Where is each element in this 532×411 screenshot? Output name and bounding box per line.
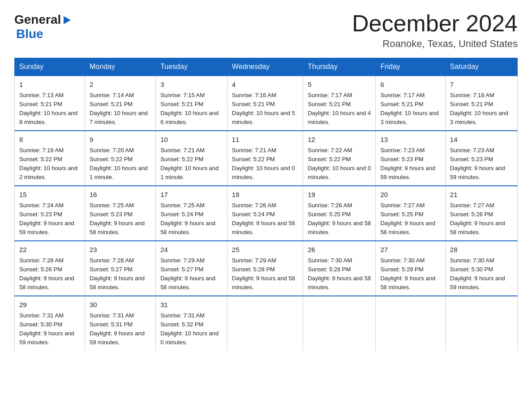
page-header: General Blue December 2024 Roanoke, Texa… [14,11,518,50]
day-info: Sunrise: 7:31 AMSunset: 5:32 PMDaylight:… [160,311,223,347]
logo: General Blue [14,13,72,41]
calendar-cell: 22Sunrise: 7:28 AMSunset: 5:26 PMDayligh… [15,241,85,296]
day-info: Sunrise: 7:18 AMSunset: 5:21 PMDaylight:… [450,91,513,127]
calendar-cell: 8Sunrise: 7:19 AMSunset: 5:22 PMDaylight… [15,131,85,186]
day-number: 3 [160,80,223,90]
day-info: Sunrise: 7:19 AMSunset: 5:22 PMDaylight:… [19,146,80,182]
calendar-cell: 13Sunrise: 7:23 AMSunset: 5:23 PMDayligh… [376,131,445,186]
day-number: 1 [19,80,80,90]
calendar-cell: 18Sunrise: 7:26 AMSunset: 5:24 PMDayligh… [227,186,303,241]
calendar-cell: 17Sunrise: 7:25 AMSunset: 5:24 PMDayligh… [156,186,227,241]
day-info: Sunrise: 7:17 AMSunset: 5:21 PMDaylight:… [380,91,440,127]
day-number: 11 [232,135,298,145]
col-thursday: Thursday [303,58,376,76]
svg-marker-0 [64,16,71,24]
day-info: Sunrise: 7:27 AMSunset: 5:26 PMDaylight:… [450,201,513,237]
day-info: Sunrise: 7:22 AMSunset: 5:22 PMDaylight:… [308,146,371,182]
day-number: 14 [450,135,513,145]
day-info: Sunrise: 7:28 AMSunset: 5:26 PMDaylight:… [19,256,80,292]
day-number: 30 [90,300,151,310]
day-info: Sunrise: 7:23 AMSunset: 5:23 PMDaylight:… [450,146,513,182]
day-number: 21 [450,190,513,200]
day-info: Sunrise: 7:30 AMSunset: 5:30 PMDaylight:… [450,256,513,292]
day-number: 18 [232,190,298,200]
day-number: 12 [308,135,371,145]
day-number: 10 [160,135,223,145]
calendar-cell: 6Sunrise: 7:17 AMSunset: 5:21 PMDaylight… [376,76,445,131]
calendar-cell: 20Sunrise: 7:27 AMSunset: 5:25 PMDayligh… [376,186,445,241]
week-row-3: 15Sunrise: 7:24 AMSunset: 5:23 PMDayligh… [15,186,518,241]
calendar-cell: 29Sunrise: 7:31 AMSunset: 5:30 PMDayligh… [15,296,85,351]
day-number: 7 [450,80,513,90]
calendar-cell: 27Sunrise: 7:30 AMSunset: 5:29 PMDayligh… [376,241,445,296]
week-row-1: 1Sunrise: 7:13 AMSunset: 5:21 PMDaylight… [15,76,518,131]
day-number: 4 [232,80,298,90]
calendar-cell: 25Sunrise: 7:29 AMSunset: 5:28 PMDayligh… [227,241,303,296]
day-number: 5 [308,80,371,90]
day-number: 2 [90,80,151,90]
day-info: Sunrise: 7:30 AMSunset: 5:28 PMDaylight:… [308,256,371,292]
day-info: Sunrise: 7:13 AMSunset: 5:21 PMDaylight:… [19,91,80,127]
day-info: Sunrise: 7:21 AMSunset: 5:22 PMDaylight:… [160,146,223,182]
day-info: Sunrise: 7:20 AMSunset: 5:22 PMDaylight:… [90,146,151,182]
day-info: Sunrise: 7:26 AMSunset: 5:25 PMDaylight:… [308,201,371,237]
week-row-5: 29Sunrise: 7:31 AMSunset: 5:30 PMDayligh… [15,296,518,351]
day-number: 19 [308,190,371,200]
page-subtitle: Roanoke, Texas, United States [352,38,518,50]
week-row-4: 22Sunrise: 7:28 AMSunset: 5:26 PMDayligh… [15,241,518,296]
day-info: Sunrise: 7:25 AMSunset: 5:23 PMDaylight:… [90,201,151,237]
logo-general: General [14,13,61,27]
day-number: 13 [380,135,440,145]
calendar-header-row: Sunday Monday Tuesday Wednesday Thursday… [15,58,518,76]
day-number: 26 [308,245,371,255]
calendar-cell: 10Sunrise: 7:21 AMSunset: 5:22 PMDayligh… [156,131,227,186]
day-info: Sunrise: 7:31 AMSunset: 5:30 PMDaylight:… [19,311,80,347]
day-number: 24 [160,245,223,255]
day-number: 27 [380,245,440,255]
day-number: 20 [380,190,440,200]
calendar-cell: 12Sunrise: 7:22 AMSunset: 5:22 PMDayligh… [303,131,376,186]
calendar-cell: 21Sunrise: 7:27 AMSunset: 5:26 PMDayligh… [445,186,517,241]
calendar-cell: 2Sunrise: 7:14 AMSunset: 5:21 PMDaylight… [85,76,156,131]
calendar-cell [227,296,303,351]
calendar-table: Sunday Monday Tuesday Wednesday Thursday… [14,58,518,351]
day-number: 29 [19,300,80,310]
calendar-cell: 19Sunrise: 7:26 AMSunset: 5:25 PMDayligh… [303,186,376,241]
day-number: 22 [19,245,80,255]
calendar-cell: 7Sunrise: 7:18 AMSunset: 5:21 PMDaylight… [445,76,517,131]
day-info: Sunrise: 7:29 AMSunset: 5:28 PMDaylight:… [232,256,298,292]
calendar-cell: 23Sunrise: 7:28 AMSunset: 5:27 PMDayligh… [85,241,156,296]
day-info: Sunrise: 7:17 AMSunset: 5:21 PMDaylight:… [308,91,371,127]
day-info: Sunrise: 7:24 AMSunset: 5:23 PMDaylight:… [19,201,80,237]
calendar-cell: 9Sunrise: 7:20 AMSunset: 5:22 PMDaylight… [85,131,156,186]
day-number: 9 [90,135,151,145]
calendar-cell: 15Sunrise: 7:24 AMSunset: 5:23 PMDayligh… [15,186,85,241]
title-block: December 2024 Roanoke, Texas, United Sta… [352,11,518,50]
calendar-cell: 28Sunrise: 7:30 AMSunset: 5:30 PMDayligh… [445,241,517,296]
day-info: Sunrise: 7:30 AMSunset: 5:29 PMDaylight:… [380,256,440,292]
calendar-cell: 1Sunrise: 7:13 AMSunset: 5:21 PMDaylight… [15,76,85,131]
day-info: Sunrise: 7:23 AMSunset: 5:23 PMDaylight:… [380,146,440,182]
col-saturday: Saturday [445,58,517,76]
week-row-2: 8Sunrise: 7:19 AMSunset: 5:22 PMDaylight… [15,131,518,186]
calendar-cell: 26Sunrise: 7:30 AMSunset: 5:28 PMDayligh… [303,241,376,296]
day-info: Sunrise: 7:16 AMSunset: 5:21 PMDaylight:… [232,91,298,127]
day-number: 17 [160,190,223,200]
page-title: December 2024 [352,11,518,36]
day-number: 25 [232,245,298,255]
calendar-cell: 24Sunrise: 7:29 AMSunset: 5:27 PMDayligh… [156,241,227,296]
calendar-cell: 3Sunrise: 7:15 AMSunset: 5:21 PMDaylight… [156,76,227,131]
col-friday: Friday [376,58,445,76]
day-number: 8 [19,135,80,145]
day-info: Sunrise: 7:26 AMSunset: 5:24 PMDaylight:… [232,201,298,237]
calendar-cell: 16Sunrise: 7:25 AMSunset: 5:23 PMDayligh… [85,186,156,241]
calendar-cell: 5Sunrise: 7:17 AMSunset: 5:21 PMDaylight… [303,76,376,131]
day-number: 16 [90,190,151,200]
day-info: Sunrise: 7:31 AMSunset: 5:31 PMDaylight:… [90,311,151,347]
calendar-cell: 31Sunrise: 7:31 AMSunset: 5:32 PMDayligh… [156,296,227,351]
day-info: Sunrise: 7:14 AMSunset: 5:21 PMDaylight:… [90,91,151,127]
calendar-cell [303,296,376,351]
calendar-cell: 11Sunrise: 7:21 AMSunset: 5:22 PMDayligh… [227,131,303,186]
logo-triangle-icon [62,15,72,25]
calendar-cell [445,296,517,351]
